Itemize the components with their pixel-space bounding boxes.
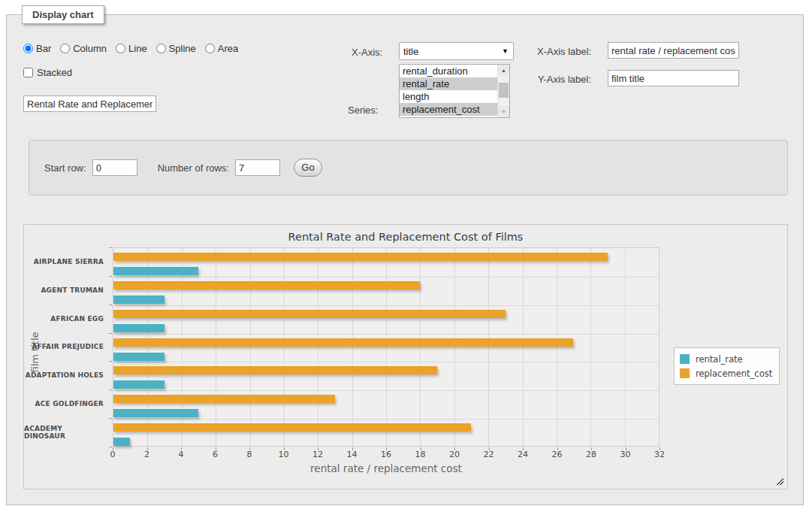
chart-type-option-area[interactable]: Area [205,43,238,54]
scrollbar-thumb[interactable] [499,83,509,98]
category-label: AFRICAN EGG [24,304,108,333]
x-axis-selected-value: title [403,46,418,57]
x-tick-label: 22 [484,450,494,459]
stacked-option[interactable]: Stacked [23,67,72,78]
x-tick-label: 14 [347,450,358,459]
y-tick-mark [109,361,112,362]
y-tick-mark [109,247,112,248]
scrollbar-up-icon[interactable]: ▲ [498,65,509,76]
bar-replacement_cost [113,281,420,289]
gridline [454,248,455,446]
num-rows-input[interactable] [235,159,280,176]
gridline [113,419,659,420]
x-axis-label-input[interactable] [608,42,739,59]
legend-label-replacement-cost: replacement_cost [696,368,772,379]
chart-type-label-spline: Spline [169,43,196,54]
bar-rental_rate [113,353,165,361]
bar-rental_rate [113,409,198,417]
gridline [420,248,421,446]
x-tick-mark [249,447,250,450]
x-tick-mark [147,447,148,450]
bar-rental_rate [113,267,198,275]
series-option-replacement-cost[interactable]: replacement_cost [400,103,497,116]
x-tick-mark [181,447,182,450]
chart-resize-handle-icon[interactable] [775,477,783,485]
x-tick-label: 4 [179,450,184,459]
scrollbar-down-icon[interactable]: ▼ [498,106,509,117]
x-axis-select-label: X-Axis: [352,47,382,58]
y-axis-label-input[interactable] [608,70,739,86]
x-axis-select[interactable]: title ▼ [399,42,514,60]
chart-type-radio-area[interactable] [205,44,215,53]
chart-type-radio-bar[interactable] [23,44,33,53]
series-option-length[interactable]: length [400,90,497,103]
chart-type-radio-line[interactable] [116,44,125,53]
category-label: AFFAIR PREJUDICE [24,333,108,362]
stacked-label: Stacked [37,67,72,78]
bar-replacement_cost [113,423,471,432]
category-label: AGENT TRUMAN [24,276,108,304]
y-tick-mark [109,447,112,447]
gridline [625,248,626,446]
category-label: ADAPTATION HOLES [24,361,108,389]
x-tick-label: 18 [415,450,426,459]
legend-item-rental-rate: rental_rate [680,352,772,366]
gridline [488,248,489,446]
chart-type-radio-group: Bar Column Line Spline Area [23,43,247,54]
legend-swatch-replacement-cost [680,368,690,378]
start-row-label: Start row: [44,162,86,174]
chart-type-option-column[interactable]: Column [60,43,107,54]
legend-swatch-rental-rate [680,354,690,364]
bar-rental_rate [113,324,165,332]
x-tick-label: 28 [586,450,596,459]
bar-replacement_cost [113,338,573,347]
bar-rental_rate [113,295,165,304]
gridline [557,248,557,446]
category-label: AIRPLANE SIERRA [24,247,108,276]
chart-type-option-spline[interactable]: Spline [156,43,196,54]
start-row-input[interactable] [92,159,137,176]
chart-title: Rental Rate and Replacement Cost of Film… [24,231,787,243]
x-tick-label: 2 [144,450,149,459]
chart-type-label-column: Column [73,43,107,54]
x-tick-label: 16 [381,450,391,459]
series-option-rental-rate[interactable]: rental_rate [400,77,497,90]
x-axis-label-caption: X-Axis label: [537,46,591,57]
series-multiselect[interactable]: rental_duration rental_rate length repla… [399,64,510,118]
go-button[interactable]: Go [294,159,322,177]
gridline [113,362,659,362]
display-chart-panel: Display chart Bar Column Line Spline Are… [6,14,804,505]
x-axis-title: rental rate / replacement cost [310,462,462,474]
chart-type-radio-column[interactable] [60,44,70,53]
row-range-form: Start row: Number of rows: Go [29,140,788,195]
gridline [386,248,387,446]
gridline [216,248,216,446]
x-tick-label: 8 [247,450,252,459]
panel-legend: Display chart [22,5,104,24]
series-option-rental-duration[interactable]: rental_duration [400,65,497,77]
x-tick-mark [216,447,216,450]
bar-rental_rate [113,438,130,446]
chart-type-radio-spline[interactable] [156,44,166,53]
chart-type-option-line[interactable]: Line [116,43,147,54]
chart-type-option-bar[interactable]: Bar [23,43,51,54]
x-tick-mark [523,447,524,450]
chart-container: Rental Rate and Replacement Cost of Film… [23,224,788,489]
chart-type-label-line: Line [128,43,147,54]
chart-title-input[interactable] [23,95,156,112]
series-scrollbar[interactable]: ▲ ▼ [497,65,509,117]
x-tick-mark [454,447,455,450]
gridline [113,277,659,277]
x-tick-label: 6 [213,450,218,459]
y-tick-mark [109,389,112,390]
x-tick-mark [489,447,490,450]
x-tick-mark [318,447,318,450]
gridline [250,248,251,446]
series-option-list: rental_duration rental_rate length repla… [400,65,497,116]
x-tick-label: 30 [620,450,631,459]
gridline [113,305,659,306]
gridline [523,248,524,446]
category-label: ACE GOLDFINGER [24,389,108,418]
stacked-checkbox[interactable] [23,68,33,77]
x-tick-mark [352,447,353,450]
